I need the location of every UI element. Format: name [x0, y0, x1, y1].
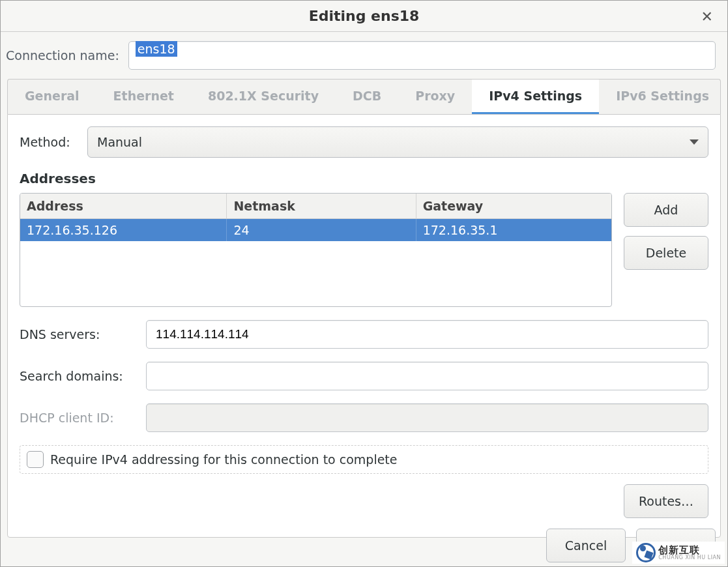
- header-gateway[interactable]: Gateway: [416, 194, 611, 218]
- cell-address[interactable]: 172.16.35.126: [20, 219, 227, 241]
- watermark-sub: CHUANG XIN HU LIAN: [658, 555, 721, 560]
- cancel-button[interactable]: Cancel: [546, 529, 626, 562]
- chevron-down-icon: [690, 139, 699, 145]
- add-button[interactable]: Add: [624, 193, 708, 227]
- header-netmask[interactable]: Netmask: [227, 194, 416, 218]
- addresses-header: Address Netmask Gateway: [20, 194, 611, 219]
- dns-input[interactable]: [146, 320, 708, 349]
- tab-dcb[interactable]: DCB: [336, 80, 398, 114]
- method-label: Method:: [20, 135, 78, 149]
- tab-general[interactable]: General: [8, 80, 96, 114]
- addresses-table: Address Netmask Gateway 172.16.35.126 24…: [20, 193, 612, 307]
- watermark-main: 创新互联: [658, 545, 721, 555]
- dhcp-client-id-label: DHCP client ID:: [20, 411, 137, 425]
- connection-name-label: Connection name:: [6, 48, 119, 63]
- addresses-label: Addresses: [20, 171, 708, 186]
- connection-name-input[interactable]: ens18: [128, 41, 716, 70]
- method-dropdown[interactable]: Manual: [87, 126, 708, 158]
- address-row[interactable]: 172.16.35.126 24 172.16.35.1: [20, 219, 611, 241]
- titlebar: Editing ens18 ✕: [1, 1, 727, 32]
- dns-label: DNS servers:: [20, 327, 137, 342]
- dhcp-client-id-input: [146, 403, 708, 432]
- ipv4-panel: Method: Manual Addresses Address Netmask…: [7, 114, 721, 538]
- window-title: Editing ens18: [309, 8, 420, 24]
- header-address[interactable]: Address: [20, 194, 227, 218]
- watermark-icon: [636, 543, 656, 562]
- tab-ipv6[interactable]: IPv6 Settings: [599, 80, 726, 114]
- connection-name-value: ens18: [136, 41, 177, 57]
- close-button[interactable]: ✕: [696, 5, 718, 27]
- require-ipv4-label: Require IPv4 addressing for this connect…: [50, 452, 398, 467]
- close-icon: ✕: [701, 8, 713, 24]
- search-domains-label: Search domains:: [20, 369, 137, 383]
- tab-ethernet[interactable]: Ethernet: [96, 80, 191, 114]
- require-ipv4-checkbox[interactable]: [27, 451, 44, 468]
- cell-netmask[interactable]: 24: [227, 219, 416, 241]
- connection-name-row: Connection name: ens18: [1, 32, 727, 79]
- tab-proxy[interactable]: Proxy: [398, 80, 472, 114]
- tab-ipv4[interactable]: IPv4 Settings: [472, 80, 599, 114]
- search-domains-input[interactable]: [146, 362, 708, 390]
- require-ipv4-row[interactable]: Require IPv4 addressing for this connect…: [20, 445, 708, 474]
- tab-bar: General Ethernet 802.1X Security DCB Pro…: [7, 79, 721, 114]
- cell-gateway[interactable]: 172.16.35.1: [416, 219, 611, 241]
- editor-window: Editing ens18 ✕ Connection name: ens18 G…: [0, 0, 728, 567]
- delete-button[interactable]: Delete: [624, 236, 708, 270]
- method-value: Manual: [97, 135, 142, 149]
- tab-security[interactable]: 802.1X Security: [191, 80, 336, 114]
- watermark: 创新互联 CHUANG XIN HU LIAN: [632, 542, 725, 564]
- routes-button[interactable]: Routes…: [624, 484, 708, 518]
